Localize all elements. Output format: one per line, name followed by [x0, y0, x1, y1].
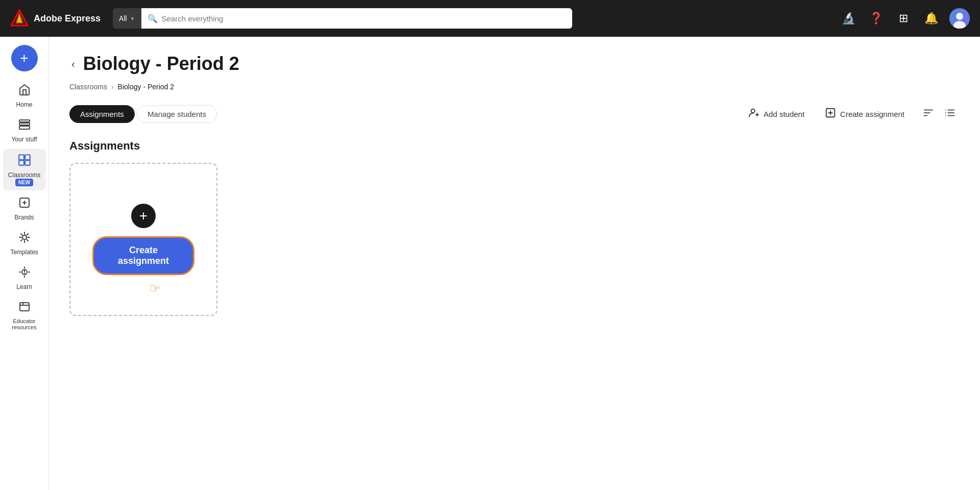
breadcrumb: Classrooms › Biology - Period 2: [69, 83, 960, 91]
home-icon: [18, 84, 31, 99]
view-toggle-buttons: [919, 105, 960, 123]
back-button[interactable]: ‹: [69, 56, 77, 72]
logo-area: Adobe Express: [10, 9, 101, 28]
avatar-icon: [949, 8, 970, 29]
notifications-icon-button[interactable]: 🔔: [922, 9, 940, 28]
sidebar: + Home Your stuff: [0, 37, 49, 490]
create-assignment-header-icon: [825, 107, 836, 121]
breadcrumb-classrooms-link[interactable]: Classrooms: [69, 83, 107, 91]
sidebar-classrooms-label: Classrooms: [8, 172, 40, 179]
dropdown-arrow-icon: ▼: [130, 16, 135, 21]
sidebar-home-label: Home: [16, 101, 32, 108]
user-avatar-button[interactable]: [949, 8, 970, 29]
brands-icon: [18, 197, 31, 212]
breadcrumb-separator: ›: [111, 83, 114, 91]
sidebar-brands-label: Brands: [14, 214, 34, 221]
sidebar-item-templates[interactable]: Templates: [3, 227, 46, 260]
top-navigation: Adobe Express All ▼ 🔍 🔬 ❓ ⊞ 🔔: [0, 0, 980, 37]
svg-rect-8: [19, 126, 30, 129]
sidebar-your-stuff-label: Your stuff: [11, 136, 37, 143]
tab-manage-students[interactable]: Manage students: [137, 105, 217, 123]
nav-icons: 🔬 ❓ ⊞ 🔔: [839, 8, 970, 29]
templates-icon: [18, 231, 31, 247]
sidebar-item-learn[interactable]: Learn: [3, 262, 46, 295]
sidebar-item-your-stuff[interactable]: Your stuff: [3, 114, 46, 147]
page-title: Biology - Period 2: [83, 53, 239, 75]
search-filter-dropdown[interactable]: All ▼: [113, 8, 141, 29]
tab-assignments[interactable]: Assignments: [69, 105, 135, 123]
svg-rect-10: [25, 155, 30, 160]
assignments-section-title: Assignments: [69, 139, 960, 153]
search-input[interactable]: [162, 14, 567, 23]
your-stuff-icon: [18, 118, 31, 134]
svg-point-14: [22, 235, 27, 239]
classrooms-icon: [18, 153, 31, 169]
svg-rect-7: [19, 123, 30, 125]
add-student-button[interactable]: Add student: [742, 103, 811, 125]
educator-resources-icon: [18, 301, 31, 316]
assignment-card-area: + Create assignment ☞: [69, 163, 217, 316]
new-badge: NEW: [15, 179, 33, 186]
svg-rect-11: [19, 160, 24, 165]
tabs: Assignments Manage students: [69, 105, 217, 123]
add-student-icon: [748, 107, 760, 121]
search-area: All ▼ 🔍: [113, 8, 572, 29]
page-header: ‹ Biology - Period 2: [69, 53, 960, 75]
list-view-button[interactable]: [940, 105, 960, 123]
main-content: ‹ Biology - Period 2 Classrooms › Biolog…: [49, 37, 980, 490]
sidebar-item-classrooms[interactable]: Classrooms NEW: [3, 149, 46, 190]
sidebar-templates-label: Templates: [10, 249, 38, 256]
sidebar-item-educator-resources[interactable]: Educator resources: [3, 297, 46, 334]
apps-icon-button[interactable]: ⊞: [894, 9, 913, 28]
add-student-label: Add student: [764, 110, 804, 118]
learn-icon: [18, 266, 31, 281]
svg-point-21: [751, 109, 755, 113]
svg-rect-12: [25, 160, 30, 165]
search-icon: 🔍: [148, 14, 158, 23]
svg-point-17: [24, 274, 24, 274]
create-assignment-header-button[interactable]: Create assignment: [819, 103, 911, 125]
cursor-indicator: ☞: [148, 280, 163, 298]
sidebar-learn-label: Learn: [16, 283, 32, 290]
sidebar-item-brands[interactable]: Brands: [3, 192, 46, 225]
card-plus-icon: +: [131, 204, 156, 228]
adobe-express-logo-icon: [10, 9, 29, 28]
svg-rect-9: [19, 155, 24, 160]
tabs-actions-row: Assignments Manage students Add student: [69, 103, 960, 125]
create-new-button[interactable]: +: [11, 45, 38, 71]
sidebar-educator-resources-label: Educator resources: [5, 318, 44, 330]
labs-icon-button[interactable]: 🔬: [839, 9, 857, 28]
create-assignment-card-button[interactable]: Create assignment: [92, 236, 194, 275]
actions-right: Add student Create assignment: [742, 103, 960, 125]
sort-view-button[interactable]: [919, 105, 938, 123]
logo-text: Adobe Express: [34, 13, 101, 24]
help-icon-button[interactable]: ❓: [867, 9, 885, 28]
search-input-wrap: 🔍: [141, 8, 573, 29]
breadcrumb-current: Biology - Period 2: [118, 83, 175, 91]
svg-point-4: [956, 13, 963, 20]
svg-rect-18: [20, 303, 29, 311]
create-assignment-header-label: Create assignment: [840, 110, 904, 118]
sidebar-item-home[interactable]: Home: [3, 80, 46, 112]
svg-rect-6: [19, 120, 30, 122]
app-layout: + Home Your stuff: [0, 0, 980, 490]
